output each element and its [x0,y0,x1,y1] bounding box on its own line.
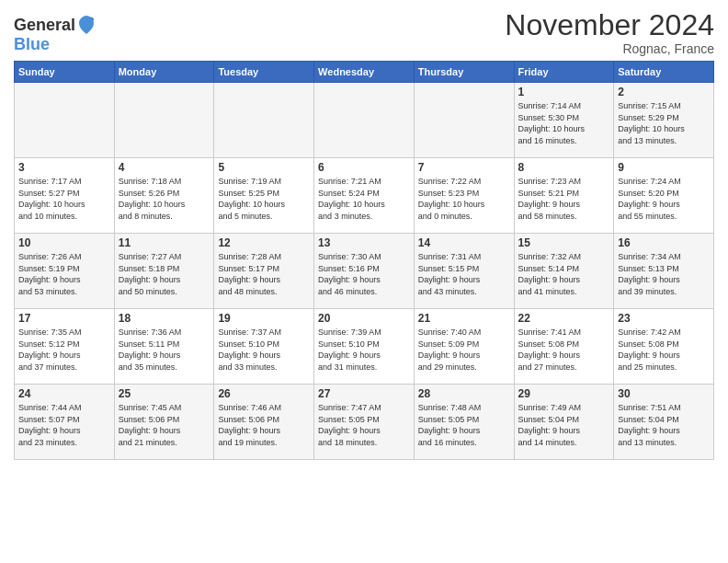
day-info: Sunrise: 7:17 AM Sunset: 5:27 PM Dayligh… [18,176,110,222]
day-info: Sunrise: 7:34 AM Sunset: 5:13 PM Dayligh… [618,251,710,297]
calendar-cell: 1Sunrise: 7:14 AM Sunset: 5:30 PM Daylig… [514,83,614,158]
calendar-cell: 12Sunrise: 7:28 AM Sunset: 5:17 PM Dayli… [214,234,314,309]
header: General Blue November 2024 Rognac, Franc… [14,9,714,56]
day-number: 4 [119,161,210,174]
calendar-cell: 13Sunrise: 7:30 AM Sunset: 5:16 PM Dayli… [314,234,415,309]
day-number: 16 [618,236,710,249]
calendar-cell: 30Sunrise: 7:51 AM Sunset: 5:04 PM Dayli… [614,385,714,460]
day-number: 17 [18,312,110,325]
day-number: 13 [318,236,410,249]
weekday-header-saturday: Saturday [614,62,714,83]
calendar-cell: 22Sunrise: 7:41 AM Sunset: 5:08 PM Dayli… [514,309,614,385]
day-number: 8 [518,161,610,174]
day-info: Sunrise: 7:24 AM Sunset: 5:20 PM Dayligh… [618,176,710,222]
day-number: 29 [518,387,610,400]
calendar-cell: 24Sunrise: 7:44 AM Sunset: 5:07 PM Dayli… [15,385,115,460]
calendar-table: SundayMondayTuesdayWednesdayThursdayFrid… [14,61,714,460]
logo: General Blue [14,14,96,53]
calendar-cell: 15Sunrise: 7:32 AM Sunset: 5:14 PM Dayli… [514,234,614,309]
day-info: Sunrise: 7:40 AM Sunset: 5:09 PM Dayligh… [418,327,510,373]
day-number: 14 [418,236,510,249]
calendar-cell: 20Sunrise: 7:39 AM Sunset: 5:10 PM Dayli… [314,309,415,385]
day-info: Sunrise: 7:44 AM Sunset: 5:07 PM Dayligh… [18,402,110,448]
day-number: 3 [18,161,110,174]
day-info: Sunrise: 7:14 AM Sunset: 5:30 PM Dayligh… [518,100,610,146]
day-info: Sunrise: 7:46 AM Sunset: 5:06 PM Dayligh… [218,402,310,448]
day-info: Sunrise: 7:21 AM Sunset: 5:24 PM Dayligh… [318,176,410,222]
title-block: November 2024 Rognac, France [505,9,714,56]
calendar-week-row: 3Sunrise: 7:17 AM Sunset: 5:27 PM Daylig… [15,158,714,234]
day-info: Sunrise: 7:51 AM Sunset: 5:04 PM Dayligh… [618,402,710,448]
calendar-cell: 11Sunrise: 7:27 AM Sunset: 5:18 PM Dayli… [114,234,214,309]
day-info: Sunrise: 7:30 AM Sunset: 5:16 PM Dayligh… [318,251,410,297]
day-info: Sunrise: 7:42 AM Sunset: 5:08 PM Dayligh… [618,327,710,373]
day-info: Sunrise: 7:36 AM Sunset: 5:11 PM Dayligh… [119,327,210,373]
page-container: General Blue November 2024 Rognac, Franc… [0,0,728,469]
calendar-cell: 23Sunrise: 7:42 AM Sunset: 5:08 PM Dayli… [614,309,714,385]
calendar-cell: 8Sunrise: 7:23 AM Sunset: 5:21 PM Daylig… [514,158,614,234]
location: Rognac, France [505,41,714,56]
day-number: 1 [518,86,610,98]
weekday-header-tuesday: Tuesday [214,62,314,83]
day-info: Sunrise: 7:28 AM Sunset: 5:17 PM Dayligh… [218,251,310,297]
day-number: 2 [618,86,710,98]
calendar-week-row: 17Sunrise: 7:35 AM Sunset: 5:12 PM Dayli… [15,309,714,385]
day-number: 26 [218,387,310,400]
calendar-week-row: 24Sunrise: 7:44 AM Sunset: 5:07 PM Dayli… [15,385,714,460]
calendar-week-row: 1Sunrise: 7:14 AM Sunset: 5:30 PM Daylig… [15,83,714,158]
calendar-cell: 14Sunrise: 7:31 AM Sunset: 5:15 PM Dayli… [414,234,514,309]
day-info: Sunrise: 7:15 AM Sunset: 5:29 PM Dayligh… [618,100,710,146]
day-info: Sunrise: 7:26 AM Sunset: 5:19 PM Dayligh… [18,251,110,297]
day-info: Sunrise: 7:19 AM Sunset: 5:25 PM Dayligh… [218,176,310,222]
weekday-header-sunday: Sunday [15,62,115,83]
calendar-body: 1Sunrise: 7:14 AM Sunset: 5:30 PM Daylig… [15,83,714,460]
day-number: 12 [218,236,310,249]
day-number: 6 [318,161,410,174]
day-number: 24 [18,387,110,400]
weekday-header-friday: Friday [514,62,614,83]
calendar-cell: 16Sunrise: 7:34 AM Sunset: 5:13 PM Dayli… [614,234,714,309]
calendar-cell: 26Sunrise: 7:46 AM Sunset: 5:06 PM Dayli… [214,385,314,460]
calendar-cell: 17Sunrise: 7:35 AM Sunset: 5:12 PM Dayli… [15,309,115,385]
day-number: 22 [518,312,610,325]
day-info: Sunrise: 7:18 AM Sunset: 5:26 PM Dayligh… [119,176,210,222]
day-info: Sunrise: 7:23 AM Sunset: 5:21 PM Dayligh… [518,176,610,222]
calendar-cell: 5Sunrise: 7:19 AM Sunset: 5:25 PM Daylig… [214,158,314,234]
weekday-header-thursday: Thursday [414,62,514,83]
weekday-header-monday: Monday [114,62,214,83]
calendar-cell: 7Sunrise: 7:22 AM Sunset: 5:23 PM Daylig… [414,158,514,234]
calendar-cell: 29Sunrise: 7:49 AM Sunset: 5:04 PM Dayli… [514,385,614,460]
calendar-cell: 10Sunrise: 7:26 AM Sunset: 5:19 PM Dayli… [15,234,115,309]
day-number: 7 [418,161,510,174]
calendar-cell [314,83,415,158]
calendar-cell: 18Sunrise: 7:36 AM Sunset: 5:11 PM Dayli… [114,309,214,385]
day-number: 15 [518,236,610,249]
day-number: 9 [618,161,710,174]
day-number: 11 [119,236,210,249]
calendar-cell [214,83,314,158]
calendar-cell [15,83,115,158]
calendar-cell: 19Sunrise: 7:37 AM Sunset: 5:10 PM Dayli… [214,309,314,385]
calendar-header: SundayMondayTuesdayWednesdayThursdayFrid… [15,62,714,83]
day-info: Sunrise: 7:35 AM Sunset: 5:12 PM Dayligh… [18,327,110,373]
day-number: 23 [618,312,710,325]
calendar-cell: 2Sunrise: 7:15 AM Sunset: 5:29 PM Daylig… [614,83,714,158]
day-info: Sunrise: 7:49 AM Sunset: 5:04 PM Dayligh… [518,402,610,448]
day-info: Sunrise: 7:37 AM Sunset: 5:10 PM Dayligh… [218,327,310,373]
day-info: Sunrise: 7:32 AM Sunset: 5:14 PM Dayligh… [518,251,610,297]
day-number: 30 [618,387,710,400]
calendar-cell: 21Sunrise: 7:40 AM Sunset: 5:09 PM Dayli… [414,309,514,385]
weekday-header-wednesday: Wednesday [314,62,415,83]
calendar-cell: 3Sunrise: 7:17 AM Sunset: 5:27 PM Daylig… [15,158,115,234]
day-number: 18 [119,312,210,325]
calendar-cell: 27Sunrise: 7:47 AM Sunset: 5:05 PM Dayli… [314,385,415,460]
day-number: 5 [218,161,310,174]
calendar-cell: 9Sunrise: 7:24 AM Sunset: 5:20 PM Daylig… [614,158,714,234]
day-info: Sunrise: 7:48 AM Sunset: 5:05 PM Dayligh… [418,402,510,448]
calendar-cell: 28Sunrise: 7:48 AM Sunset: 5:05 PM Dayli… [414,385,514,460]
day-info: Sunrise: 7:47 AM Sunset: 5:05 PM Dayligh… [318,402,410,448]
day-number: 19 [218,312,310,325]
calendar-cell: 25Sunrise: 7:45 AM Sunset: 5:06 PM Dayli… [114,385,214,460]
day-info: Sunrise: 7:45 AM Sunset: 5:06 PM Dayligh… [119,402,210,448]
day-number: 21 [418,312,510,325]
